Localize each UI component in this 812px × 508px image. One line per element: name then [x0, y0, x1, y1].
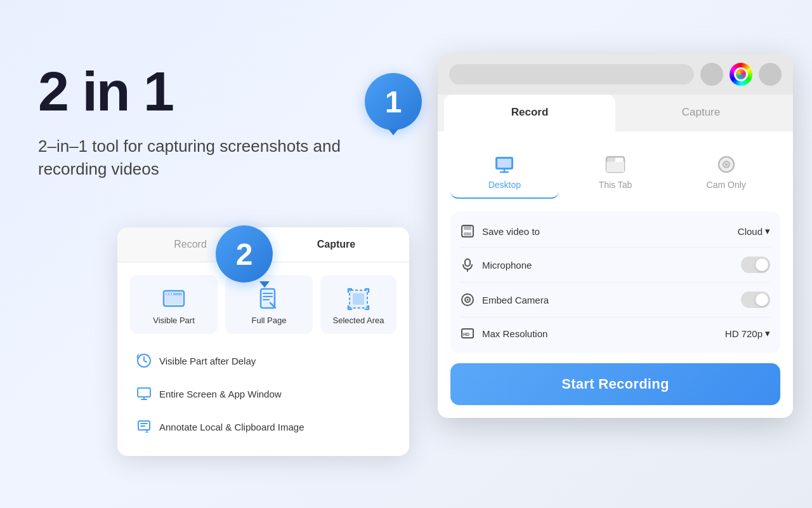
full-page-icon: [258, 288, 280, 311]
settings-mic-left: Microphone: [461, 258, 532, 272]
chevron-down-icon: ▾: [765, 225, 770, 237]
capture-list-visible-delay[interactable]: Visible Part after Delay: [130, 344, 396, 377]
save-video-dropdown[interactable]: Cloud ▾: [738, 225, 770, 237]
capture-tab-capture[interactable]: Capture: [263, 227, 409, 262]
settings-row-embed-camera: Embed Camera: [461, 283, 770, 318]
hero-title: 2 in 1: [38, 64, 387, 119]
app-icon-inner: [734, 67, 748, 81]
chevron-down-icon-2: ▾: [765, 328, 770, 339]
annotate-icon: [136, 419, 152, 434]
visible-part-icon: [162, 288, 185, 311]
settings-row-resolution: HD Max Resolution HD 720p ▾: [461, 318, 770, 349]
camera-icon: [461, 293, 475, 307]
hero-subtitle: 2–in–1 tool for capturing screenshots an…: [38, 135, 387, 181]
record-body: Desktop This Tab Cam Only: [438, 131, 793, 418]
badge-1: 1: [365, 73, 422, 130]
microphone-toggle[interactable]: [741, 257, 770, 273]
settings-save-left: Save video to: [461, 224, 540, 238]
capture-list-annotate[interactable]: Annotate Local & Clipboard Image: [130, 410, 396, 443]
capture-visible-part[interactable]: Visible Part: [130, 275, 218, 334]
resolution-dropdown[interactable]: HD 720p ▾: [725, 328, 770, 339]
settings-resolution-left: HD Max Resolution: [461, 326, 547, 340]
titlebar: [438, 54, 793, 95]
toggle-knob: [756, 258, 768, 271]
settings-row-microphone: Microphone: [461, 248, 770, 283]
capture-selected-area[interactable]: Selected Area: [320, 275, 396, 334]
settings-box: Save video to Cloud ▾ Microphone: [450, 211, 780, 353]
svg-rect-18: [606, 162, 624, 172]
screen-icon: [136, 386, 152, 401]
svg-point-29: [467, 299, 469, 301]
tab-record[interactable]: Record: [444, 95, 615, 131]
svg-point-3: [167, 293, 168, 295]
settings-row-save-video: Save video to Cloud ▾: [461, 215, 770, 248]
svg-rect-25: [465, 259, 470, 266]
user-avatar: [759, 63, 782, 86]
capture-list-entire-screen[interactable]: Entire Screen & App Window: [130, 377, 396, 410]
svg-rect-15: [497, 159, 511, 168]
source-tab-cam-only[interactable]: Cam Only: [672, 144, 780, 199]
svg-rect-11: [353, 294, 363, 304]
titlebar-url-bar: [449, 64, 694, 84]
svg-point-4: [169, 293, 171, 295]
source-tab-this-tab[interactable]: This Tab: [561, 144, 670, 199]
tab-capture[interactable]: Capture: [615, 95, 787, 131]
svg-point-5: [172, 293, 173, 295]
cam-only-icon: [716, 154, 737, 175]
embed-camera-toggle[interactable]: [741, 291, 770, 308]
selected-area-icon: [347, 288, 370, 311]
svg-rect-17: [606, 157, 615, 162]
capture-panel-body: Visible Part Full Page: [117, 262, 409, 456]
svg-point-21: [725, 163, 728, 166]
source-tabs: Desktop This Tab Cam Only: [450, 144, 780, 199]
save-icon: [461, 224, 475, 238]
delay-icon: [136, 353, 152, 368]
this-tab-icon: [605, 154, 625, 175]
start-recording-button[interactable]: Start Recording: [450, 363, 780, 405]
desktop-icon: [494, 154, 514, 175]
hero-section: 2 in 1 2–in–1 tool for capturing screens…: [38, 64, 387, 219]
resolution-icon: HD: [461, 326, 475, 340]
main-tabs: Record Capture: [438, 95, 793, 131]
settings-camera-left: Embed Camera: [461, 293, 549, 307]
badge-2: 2: [216, 225, 273, 283]
microphone-icon: [461, 258, 475, 272]
svg-text:HD: HD: [463, 332, 469, 337]
toggle-knob-2: [756, 293, 768, 306]
app-icon: [730, 63, 752, 86]
app-window: Record Capture Desktop: [438, 54, 793, 418]
titlebar-circle: [700, 63, 723, 86]
source-tab-desktop[interactable]: Desktop: [450, 144, 559, 199]
svg-rect-23: [464, 225, 471, 230]
svg-rect-24: [464, 232, 471, 236]
svg-rect-12: [138, 388, 150, 397]
